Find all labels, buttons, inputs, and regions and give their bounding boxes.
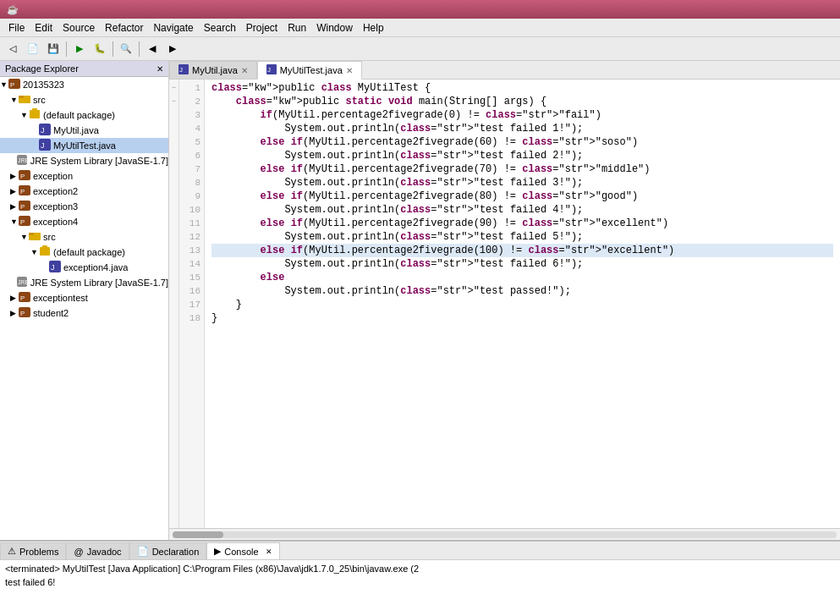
tree-label-exception4java: exception4.java [63, 262, 128, 272]
code-line-8: else if(MyUtil.percentage2fivegrade(80) … [211, 190, 833, 203]
tree-item-defpkg[interactable]: ▼(default package) [0, 107, 168, 123]
svg-text:P: P [20, 173, 25, 180]
fold-btn-15[interactable] [169, 284, 178, 298]
toolbar-next-btn[interactable]: ▶ [163, 40, 182, 58]
fold-btn-13[interactable] [169, 257, 178, 271]
fold-btn-16[interactable] [169, 298, 178, 311]
fold-btn-7[interactable] [169, 176, 178, 190]
menu-item-refactor[interactable]: Refactor [100, 20, 148, 36]
svg-text:P: P [10, 81, 14, 89]
explorer-close-icon[interactable]: ✕ [156, 64, 163, 74]
fold-btn-12[interactable] [169, 244, 178, 257]
bottom-tab-close-3[interactable]: ✕ [266, 547, 272, 556]
line-num-13: 14 [179, 257, 200, 271]
code-line-17: } [211, 311, 833, 325]
fold-btn-9[interactable] [169, 203, 178, 217]
tree-arrow-src2: ▼ [20, 233, 29, 241]
toolbar-prev-btn[interactable]: ◀ [143, 40, 162, 58]
toolbar-new-btn[interactable]: 📄 [24, 40, 42, 58]
code-content[interactable]: class="kw">public class MyUtilTest { cla… [205, 80, 840, 528]
bottom-tab-label-2: Declaration [152, 547, 200, 557]
menu-item-search[interactable]: Search [199, 20, 241, 36]
fold-btn-8[interactable] [169, 190, 178, 203]
menu-item-source[interactable]: Source [58, 20, 100, 36]
tree-item-src1[interactable]: ▼src [0, 92, 168, 107]
svg-rect-23 [42, 245, 47, 249]
tree-item-exceptiontest[interactable]: ▶Pexceptiontest [0, 290, 168, 305]
fold-btn-5[interactable] [169, 149, 178, 162]
fold-btn-1[interactable]: − [169, 95, 178, 108]
code-line-10: else if(MyUtil.percentage2fivegrade(90) … [211, 217, 833, 230]
tree-label-exception: exception [33, 171, 73, 181]
tree-arrow-exception: ▶ [10, 172, 19, 180]
fold-btn-6[interactable] [169, 162, 178, 176]
code-line-12: else if(MyUtil.percentage2fivegrade(100)… [211, 244, 833, 257]
tree-item-student2[interactable]: ▶Pstudent2 [0, 305, 168, 321]
fold-btn-2[interactable] [169, 108, 178, 122]
toolbar-back-btn[interactable]: ◁ [3, 40, 22, 58]
bottom-tab-label-3: Console [224, 547, 258, 557]
bottom-tab-0[interactable]: ⚠ Problems [0, 542, 66, 559]
menu-item-navigate[interactable]: Navigate [148, 20, 198, 36]
menu-item-run[interactable]: Run [283, 20, 311, 36]
bottom-tab-icon-3: ▶ [214, 546, 221, 557]
tree-item-src2[interactable]: ▼src [0, 229, 168, 245]
line-num-3: 4 [179, 122, 200, 135]
tab-close-1[interactable]: ✕ [346, 66, 353, 75]
code-line-15: System.out.println(class="str">"test pas… [211, 284, 833, 298]
code-container[interactable]: −− 123456789101112131415161718 class="kw… [169, 80, 840, 528]
fold-btn-14[interactable] [169, 271, 178, 284]
editor-tab-1[interactable]: JMyUtilTest.java✕ [257, 61, 362, 80]
editor-tab-0[interactable]: JMyUtil.java✕ [169, 61, 257, 79]
bottom-tab-1[interactable]: @ Javadoc [66, 542, 129, 559]
toolbar-search-btn[interactable]: 🔍 [117, 40, 135, 58]
toolbar-debug-btn[interactable]: 🐛 [91, 40, 109, 58]
scrollbar-thumb[interactable] [173, 531, 223, 538]
console-line-2: test failed 6! [5, 575, 835, 589]
toolbar-save-btn[interactable]: 💾 [44, 40, 63, 58]
bottom-tab-2[interactable]: 📄 Declaration [129, 542, 207, 559]
tab-icon-1: J [266, 64, 277, 76]
fold-btn-11[interactable] [169, 230, 178, 244]
tree-label-jre1: JRE System Library [JavaSE-1.7] [30, 156, 168, 166]
tree-item-myutiltest[interactable]: JMyUtilTest.java [0, 138, 168, 153]
explorer-header: Package Explorer ✕ [0, 61, 168, 77]
tree-item-exception3[interactable]: ▶Pexception3 [0, 199, 168, 214]
tree-arrow-exception2: ▶ [10, 187, 19, 195]
menu-item-file[interactable]: File [3, 20, 30, 36]
fold-btn-10[interactable] [169, 217, 178, 230]
tree-item-exception4java[interactable]: Jexception4.java [0, 260, 168, 275]
tab-close-0[interactable]: ✕ [241, 66, 248, 75]
menu-item-window[interactable]: Window [311, 20, 358, 36]
scrollbar-track [173, 531, 837, 538]
line-num-1: 2 [179, 95, 200, 108]
line-num-4: 5 [179, 135, 200, 149]
fold-btn-3[interactable] [169, 122, 178, 135]
tree-item-root[interactable]: ▼P20135323 [0, 77, 168, 92]
menu-item-help[interactable]: Help [358, 20, 389, 36]
svg-text:P: P [20, 310, 25, 317]
fold-btn-4[interactable] [169, 135, 178, 149]
tree-item-exception[interactable]: ▶Pexception [0, 168, 168, 184]
tree-item-jre2[interactable]: JREJRE System Library [JavaSE-1.7] [0, 275, 168, 290]
line-num-16: 17 [179, 298, 200, 311]
tree-label-myutiltest: MyUtilTest.java [53, 140, 116, 151]
tree-item-defpkg2[interactable]: ▼(default package) [0, 245, 168, 260]
fold-btn-0[interactable]: − [169, 81, 178, 95]
bottom-tab-label-1: Javadoc [87, 547, 122, 557]
tree-item-jre1[interactable]: JREJRE System Library [JavaSE-1.7] [0, 153, 168, 168]
menu-item-edit[interactable]: Edit [30, 20, 58, 36]
toolbar-sep-3 [139, 41, 140, 57]
tree-item-exception4[interactable]: ▼Pexception4 [0, 214, 168, 229]
tree-label-exception3: exception3 [33, 201, 78, 212]
tree-arrow-exception4: ▼ [10, 217, 19, 226]
toolbar-run-btn[interactable]: ▶ [70, 40, 89, 58]
bottom-tab-3[interactable]: ▶ Console✕ [206, 542, 279, 559]
svg-text:JRE: JRE [18, 279, 28, 285]
tree-item-myutil[interactable]: JMyUtil.java [0, 123, 168, 138]
menu-item-project[interactable]: Project [241, 20, 283, 36]
editor-scrollbar[interactable] [169, 528, 840, 540]
fold-btn-17[interactable] [169, 311, 178, 325]
explorer-content[interactable]: ▼P20135323▼src▼(default package)JMyUtil.… [0, 77, 168, 540]
tree-item-exception2[interactable]: ▶Pexception2 [0, 184, 168, 199]
